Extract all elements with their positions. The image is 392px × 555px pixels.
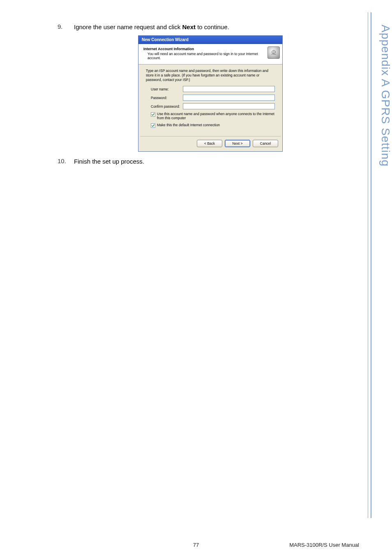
confirm-input[interactable]	[183, 103, 275, 109]
globe-hand-icon	[270, 49, 277, 56]
checkbox-1-row: Use this account name and password when …	[146, 112, 275, 120]
username-input[interactable]	[183, 86, 275, 92]
dialog-titlebar: New Connection Wizard	[138, 36, 282, 44]
step-9-post: to continue.	[196, 23, 229, 30]
page-number: 77	[193, 542, 199, 548]
side-rule-inner	[368, 12, 368, 518]
step-10: 10. Finish the set up process.	[58, 157, 363, 166]
password-row: Password:	[146, 95, 275, 101]
step-9-pre: Ignore the user name request and click	[74, 23, 182, 30]
username-row: User name:	[146, 86, 275, 92]
checkbox-default-conn[interactable]	[151, 123, 155, 128]
checkbox-use-account[interactable]	[151, 112, 155, 117]
new-connection-wizard-dialog: New Connection Wizard Internet Account I…	[138, 35, 283, 151]
password-input[interactable]	[183, 95, 275, 101]
step-text: Finish the set up process.	[74, 157, 144, 166]
dialog-instructions: Type an ISP account name and password, t…	[146, 69, 275, 82]
step-9-bold: Next	[182, 23, 196, 30]
dialog-body: Type an ISP account name and password, t…	[138, 65, 282, 130]
appendix-side-title: Appendix A GPRS Setting	[374, 25, 392, 271]
dialog-header-title: Internet Account Information	[143, 47, 263, 51]
dialog-footer: < Back Next > Cancel	[138, 136, 282, 151]
password-label: Password:	[146, 96, 183, 100]
confirm-label: Confirm password:	[146, 104, 183, 109]
confirm-row: Confirm password:	[146, 103, 275, 109]
username-label: User name:	[146, 87, 183, 91]
side-rule	[371, 12, 371, 518]
check-icon	[151, 113, 155, 116]
manual-name: MARS-3100R/S User Manual	[289, 542, 359, 548]
back-button[interactable]: < Back	[197, 140, 222, 147]
check-icon	[151, 124, 155, 127]
cancel-button[interactable]: Cancel	[253, 140, 278, 147]
step-9: 9. Ignore the user name request and clic…	[58, 23, 363, 31]
step-number: 9.	[58, 23, 74, 30]
dialog-header-subtitle: You will need an account name and passwo…	[143, 51, 263, 60]
dialog-screenshot-wrap: New Connection Wizard Internet Account I…	[58, 35, 363, 151]
dialog-header: Internet Account Information You will ne…	[138, 44, 282, 65]
checkbox-2-label: Make this the default Internet connectio…	[157, 123, 220, 127]
document-page: Appendix A GPRS Setting 9. Ignore the us…	[0, 0, 392, 555]
step-number: 10.	[58, 157, 74, 164]
wizard-icon	[267, 46, 280, 59]
checkbox-1-label: Use this account name and password when …	[157, 112, 275, 120]
checkbox-2-row: Make this the default Internet connectio…	[146, 123, 275, 128]
next-button[interactable]: Next >	[225, 140, 250, 147]
step-text: Ignore the user name request and click N…	[74, 23, 229, 31]
